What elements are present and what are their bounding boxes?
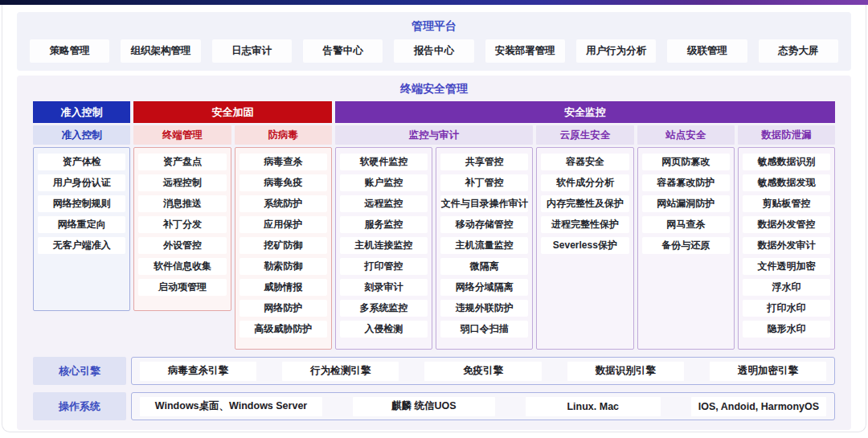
mgmt-button-2: 日志审计 xyxy=(212,39,292,63)
feature-item: 威胁情报 xyxy=(240,279,327,296)
feature-item: 进程完整性保护 xyxy=(541,216,628,233)
mgmt-button-4: 报告中心 xyxy=(394,39,473,63)
feature-item: 软硬件监控 xyxy=(340,154,428,170)
feature-item: 文件透明加密 xyxy=(743,258,830,275)
column-cloud-native-security: 容器安全软件成分分析内存完整性及保护进程完整性保护Severless保护 xyxy=(536,147,633,350)
subheader-site-security: 站点安全 xyxy=(637,125,735,145)
feature-item: 软件信息收集 xyxy=(138,258,226,275)
feature-item: 应用保护 xyxy=(240,216,327,233)
column-data-leak-prevention: 敏感数据识别敏感数据发现剪贴板管控数据外发管控数据外发审计文件透明加密浮水印打印… xyxy=(738,147,835,350)
feature-item: 浮水印 xyxy=(743,279,830,296)
management-platform-title: 管理平台 xyxy=(30,18,838,34)
feature-item: 远程控制 xyxy=(138,174,226,191)
feature-item: 账户监控 xyxy=(340,174,428,191)
feature-item: 数据外发管控 xyxy=(743,216,830,233)
column-monitoring-audit-1: 软硬件监控账户监控远程监控服务监控主机连接监控打印管控刻录审计多系统监控入侵检测 xyxy=(335,147,432,350)
engine-item: 透明加密引擎 xyxy=(710,362,826,381)
feature-item: 多系统监控 xyxy=(340,300,428,317)
feature-item: 违规外联防护 xyxy=(440,300,528,317)
subheader-cloud-native-security: 云原生安全 xyxy=(536,125,633,145)
subheader-monitoring-audit: 监控与审计 xyxy=(335,125,534,145)
os-item: 麒麟 统信UOS xyxy=(353,397,495,416)
feature-item: 网马查杀 xyxy=(642,216,730,233)
feature-item: 网页防篡改 xyxy=(642,154,730,170)
feature-item: 弱口令扫描 xyxy=(440,321,528,338)
operating-systems-box: Windows桌面、Windows Server麒麟 统信UOSLinux. M… xyxy=(131,392,835,420)
feature-item: 微隔离 xyxy=(440,258,528,275)
subheader-data-leak-prevention: 数据防泄漏 xyxy=(738,125,835,145)
feature-item: 挖矿防御 xyxy=(240,237,327,254)
mgmt-button-8: 态势大屏 xyxy=(759,39,838,63)
column-antivirus: 病毒查杀病毒免疫系统防护应用保护挖矿防御勒索防御威胁情报网络防护高级威胁防护 xyxy=(235,147,332,350)
mgmt-button-0: 策略管理 xyxy=(30,39,109,63)
mgmt-button-row: 策略管理组织架构管理日志审计告警中心报告中心安装部署管理用户行为分析级联管理态势… xyxy=(30,39,838,63)
feature-item: 刻录审计 xyxy=(340,279,428,296)
endpoint-security-panel: 终端安全管理 准入控制安全加固安全监控准入控制终端管理防病毒监控与审计云原生安全… xyxy=(17,76,851,430)
feature-item: 网络控制规则 xyxy=(38,195,125,212)
column-terminal-management: 资产盘点远程控制消息推送补丁分发外设管控软件信息收集启动项管理 xyxy=(133,147,231,311)
feature-item: Severless保护 xyxy=(541,237,628,254)
feature-item: 网站漏洞防护 xyxy=(642,195,730,212)
core-engines-row: 核心引擎 病毒查杀引擎行为检测引擎免疫引擎数据识别引擎透明加密引擎 xyxy=(33,357,835,385)
feature-item: 勒索防御 xyxy=(240,258,327,275)
os-item: Linux. Mac xyxy=(526,397,661,416)
engine-item: 数据识别引擎 xyxy=(567,362,684,381)
feature-item: 补丁分发 xyxy=(138,216,226,233)
column-site-security: 网页防篡改容器篡改防护网站漏洞防护网马查杀备份与还原 xyxy=(637,147,735,350)
subheader-antivirus: 防病毒 xyxy=(235,125,332,145)
feature-item: 高级威胁防护 xyxy=(240,321,327,338)
feature-item: 敏感数据发现 xyxy=(743,174,830,191)
operating-systems-row: 操作系统 Windows桌面、Windows Server麒麟 统信UOSLin… xyxy=(33,392,835,420)
feature-item: 共享管控 xyxy=(440,154,528,170)
feature-item: 用户身份认证 xyxy=(38,174,125,191)
feature-item: 系统防护 xyxy=(240,195,327,212)
feature-item: 资产体检 xyxy=(38,154,125,170)
mgmt-button-1: 组织架构管理 xyxy=(121,39,200,63)
feature-item: 敏感数据识别 xyxy=(743,154,830,170)
feature-item: 数据外发审计 xyxy=(743,237,830,254)
feature-item: 主机连接监控 xyxy=(340,237,428,254)
feature-item: 网络分域隔离 xyxy=(440,279,528,296)
feature-item: 剪贴板管控 xyxy=(743,195,830,212)
feature-item: 外设管控 xyxy=(138,237,226,254)
feature-item: 消息推送 xyxy=(138,195,226,212)
mgmt-button-5: 安装部署管理 xyxy=(485,39,565,63)
subheader-access-control: 准入控制 xyxy=(33,125,130,145)
mgmt-button-6: 用户行为分析 xyxy=(576,39,656,63)
mgmt-button-3: 告警中心 xyxy=(303,39,383,63)
engine-item: 行为检测引擎 xyxy=(282,362,399,381)
feature-item: 内存完整性及保护 xyxy=(541,195,628,212)
page-card: 管理平台 策略管理组织架构管理日志审计告警中心报告中心安装部署管理用户行为分析级… xyxy=(2,5,866,432)
os-item: Windows桌面、Windows Server xyxy=(140,397,322,416)
engine-item: 免疫引擎 xyxy=(424,362,541,381)
column-monitoring-audit-2: 共享管控补丁管控文件与目录操作审计移动存储管控主机流量监控微隔离网络分域隔离违规… xyxy=(436,147,533,350)
management-platform-panel: 管理平台 策略管理组织架构管理日志审计告警中心报告中心安装部署管理用户行为分析级… xyxy=(17,12,851,71)
feature-item: 隐形水印 xyxy=(743,321,830,338)
feature-item: 文件与目录操作审计 xyxy=(440,195,528,212)
operating-systems-label: 操作系统 xyxy=(33,392,126,420)
feature-item: 容器安全 xyxy=(541,154,628,170)
group-header-access-control: 准入控制 xyxy=(33,101,130,123)
engine-item: 病毒查杀引擎 xyxy=(140,362,256,381)
feature-item: 远程监控 xyxy=(340,195,428,212)
feature-item: 病毒免疫 xyxy=(240,174,327,191)
feature-item: 服务监控 xyxy=(340,216,428,233)
os-item: IOS, Andoid, HarmonyOS xyxy=(691,397,826,416)
feature-item: 软件成分分析 xyxy=(541,174,628,191)
feature-item: 资产盘点 xyxy=(138,154,226,170)
core-engines-box: 病毒查杀引擎行为检测引擎免疫引擎数据识别引擎透明加密引擎 xyxy=(131,357,835,385)
feature-item: 移动存储管控 xyxy=(440,216,528,233)
feature-item: 无客户端准入 xyxy=(38,237,125,254)
group-header-security-hardening: 安全加固 xyxy=(133,101,332,123)
feature-item: 入侵检测 xyxy=(340,321,428,338)
mgmt-button-7: 级联管理 xyxy=(667,39,747,63)
feature-item: 补丁管控 xyxy=(440,174,528,191)
endpoint-security-title: 终端安全管理 xyxy=(33,80,835,96)
feature-item: 病毒查杀 xyxy=(240,154,327,170)
column-access-control: 资产体检用户身份认证网络控制规则网络重定向无客户端准入 xyxy=(33,147,130,311)
capability-matrix: 准入控制安全加固安全监控准入控制终端管理防病毒监控与审计云原生安全站点安全数据防… xyxy=(33,101,835,350)
feature-item: 备份与还原 xyxy=(642,237,730,254)
feature-item: 打印管控 xyxy=(340,258,428,275)
group-header-security-monitoring: 安全监控 xyxy=(335,101,835,123)
feature-item: 打印水印 xyxy=(743,300,830,317)
